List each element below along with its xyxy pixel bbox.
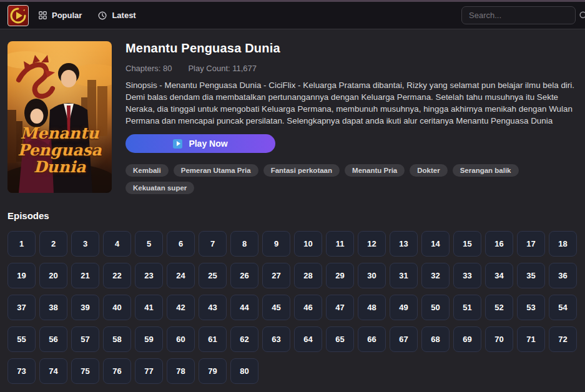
episode-button[interactable]: 47 — [326, 295, 354, 320]
episode-button[interactable]: 61 — [199, 326, 227, 352]
episode-button[interactable]: 48 — [358, 295, 386, 320]
episode-button[interactable]: 74 — [39, 358, 67, 384]
main-nav: Popular Latest — [39, 11, 136, 20]
episode-button[interactable]: 15 — [453, 231, 481, 257]
episode-button[interactable]: 68 — [421, 326, 450, 352]
episode-button[interactable]: 53 — [517, 295, 545, 320]
tag-chip[interactable]: Kembali — [125, 164, 169, 177]
episode-button[interactable]: 64 — [294, 326, 322, 352]
episode-button[interactable]: 72 — [549, 326, 577, 352]
episode-button[interactable]: 18 — [549, 231, 577, 257]
episode-button[interactable]: 60 — [167, 326, 195, 352]
episode-button[interactable]: 13 — [390, 231, 418, 257]
episode-button[interactable]: 34 — [485, 263, 513, 288]
tag-chip[interactable]: Kekuatan super — [125, 182, 194, 194]
episode-button[interactable]: 57 — [71, 326, 99, 352]
episode-button[interactable]: 80 — [230, 358, 258, 384]
episode-button[interactable]: 6 — [167, 231, 195, 257]
episode-button[interactable]: 29 — [326, 263, 354, 288]
episode-button[interactable]: 28 — [294, 263, 322, 288]
nav-popular[interactable]: Popular — [39, 11, 82, 20]
episode-button[interactable]: 65 — [326, 326, 354, 352]
tag-chip[interactable]: Pemeran Utama Pria — [174, 164, 258, 177]
app-logo[interactable] — [7, 5, 29, 26]
episode-button[interactable]: 46 — [294, 295, 322, 320]
episode-button[interactable]: 43 — [199, 295, 227, 320]
episode-button[interactable]: 20 — [39, 263, 67, 288]
episode-button[interactable]: 67 — [390, 326, 418, 352]
drama-hero-section: Menantu Penguasa Dunia Menantu Penguasa … — [0, 29, 585, 194]
episode-button[interactable]: 9 — [262, 231, 290, 257]
tag-chip[interactable]: Dokter — [410, 164, 447, 177]
play-now-button[interactable]: Play Now — [125, 134, 275, 153]
episode-button[interactable]: 76 — [103, 358, 131, 384]
episode-button[interactable]: 26 — [230, 263, 258, 288]
episode-button[interactable]: 63 — [262, 326, 290, 352]
episode-button[interactable]: 5 — [135, 231, 163, 257]
episode-button[interactable]: 33 — [453, 263, 481, 288]
search-icon[interactable] — [579, 11, 585, 21]
search-box[interactable] — [461, 6, 576, 24]
tag-chip[interactable]: Menantu Pria — [345, 164, 405, 177]
episode-button[interactable]: 35 — [517, 263, 545, 288]
episode-button[interactable]: 69 — [453, 326, 481, 352]
episode-button[interactable]: 24 — [167, 263, 195, 288]
episode-button[interactable]: 71 — [517, 326, 545, 352]
episode-button[interactable]: 3 — [71, 231, 99, 257]
episode-button[interactable]: 62 — [230, 326, 258, 352]
episode-button[interactable]: 37 — [7, 295, 36, 320]
episode-button[interactable]: 78 — [167, 358, 195, 384]
episode-button[interactable]: 17 — [517, 231, 545, 257]
episode-button[interactable]: 10 — [294, 231, 322, 257]
nav-latest[interactable]: Latest — [98, 11, 135, 20]
episode-button[interactable]: 49 — [390, 295, 418, 320]
episode-button[interactable]: 4 — [103, 231, 131, 257]
episode-button[interactable]: 51 — [453, 295, 481, 320]
episode-button[interactable]: 77 — [135, 358, 163, 384]
episode-button[interactable]: 27 — [262, 263, 290, 288]
episode-button[interactable]: 25 — [199, 263, 227, 288]
episode-button[interactable]: 44 — [230, 295, 258, 320]
tag-chip[interactable]: Serangan balik — [453, 164, 519, 177]
episode-button[interactable]: 12 — [358, 231, 386, 257]
episode-button[interactable]: 2 — [39, 231, 67, 257]
grid-icon — [39, 11, 47, 19]
episode-button[interactable]: 42 — [167, 295, 195, 320]
tag-chip[interactable]: Fantasi perkotaan — [263, 164, 340, 177]
episode-button[interactable]: 39 — [71, 295, 99, 320]
episode-button[interactable]: 70 — [485, 326, 513, 352]
episode-button[interactable]: 11 — [326, 231, 354, 257]
episode-button[interactable]: 50 — [421, 295, 450, 320]
episode-button[interactable]: 38 — [39, 295, 67, 320]
episode-button[interactable]: 1 — [7, 231, 36, 257]
episode-button[interactable]: 66 — [358, 326, 386, 352]
episode-button[interactable]: 7 — [199, 231, 227, 257]
episode-button[interactable]: 45 — [262, 295, 290, 320]
search-input[interactable] — [469, 11, 579, 20]
episode-button[interactable]: 59 — [135, 326, 163, 352]
drama-poster[interactable]: Menantu Penguasa Dunia — [7, 41, 112, 193]
episode-button[interactable]: 31 — [390, 263, 418, 288]
episode-button[interactable]: 56 — [39, 326, 67, 352]
play-count: Play Count: 11,677 — [188, 64, 257, 73]
episode-button[interactable]: 8 — [230, 231, 258, 257]
episode-button[interactable]: 23 — [135, 263, 163, 288]
episode-button[interactable]: 73 — [7, 358, 36, 384]
episode-button[interactable]: 54 — [549, 295, 577, 320]
episode-button[interactable]: 14 — [421, 231, 450, 257]
nav-popular-label: Popular — [52, 11, 82, 20]
episode-button[interactable]: 22 — [103, 263, 131, 288]
episode-button[interactable]: 30 — [358, 263, 386, 288]
episode-button[interactable]: 52 — [485, 295, 513, 320]
episode-button[interactable]: 55 — [7, 326, 36, 352]
episode-button[interactable]: 36 — [549, 263, 577, 288]
episode-button[interactable]: 79 — [199, 358, 227, 384]
episode-button[interactable]: 41 — [135, 295, 163, 320]
episode-button[interactable]: 16 — [485, 231, 513, 257]
episode-button[interactable]: 21 — [71, 263, 99, 288]
episode-button[interactable]: 58 — [103, 326, 131, 352]
episode-button[interactable]: 19 — [7, 263, 36, 288]
episode-button[interactable]: 75 — [71, 358, 99, 384]
episode-button[interactable]: 40 — [103, 295, 131, 320]
episode-button[interactable]: 32 — [421, 263, 450, 288]
